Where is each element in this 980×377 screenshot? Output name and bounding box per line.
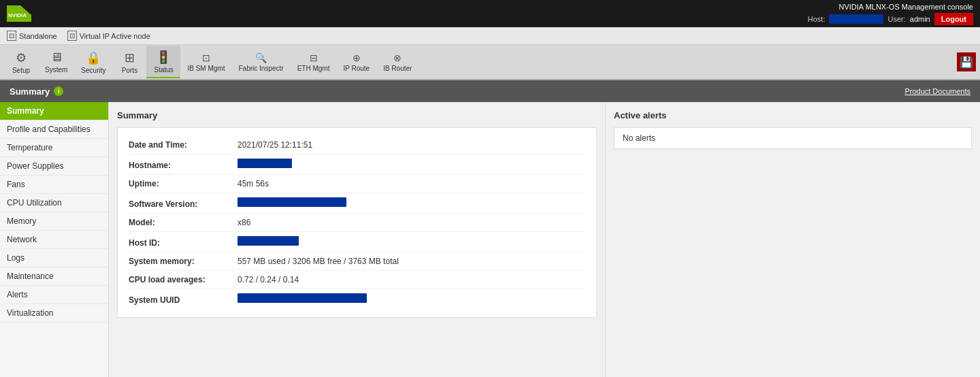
sidebar-item-cpu-utilization[interactable]: CPU Utilization (0, 194, 108, 212)
sidebar-item-memory[interactable]: Memory (0, 212, 108, 231)
summary-row-model: Model: x86 (129, 214, 585, 232)
ip-route-icon: ⊕ (353, 52, 361, 63)
virtual-ip-icon: ⊡ (67, 31, 77, 41)
cpu-load-value: 0.72 / 0.24 / 0.14 (238, 275, 299, 284)
hostname-value (238, 159, 292, 168)
top-header: NVIDIA NVIDIA MLNX-OS Management console… (0, 0, 980, 27)
summary-section-title: Summary (117, 110, 597, 120)
save-button[interactable]: 💾 (957, 52, 976, 71)
nvidia-logo-icon: NVIDIA (7, 5, 31, 22)
status-icon: 🚦 (156, 50, 171, 65)
console-title: NVIDIA MLNX-OS Management console Host: … (808, 3, 973, 25)
software-version-value (238, 197, 346, 207)
eth-mgmt-icon: ⊟ (310, 52, 318, 63)
toolbar-system[interactable]: 🖥 System (38, 46, 74, 78)
summary-row-host-id: Host ID: (129, 232, 585, 252)
product-docs-link[interactable]: Product Documents (904, 87, 970, 95)
summary-box: Date and Time: 2021/07/25 12:11:51 Hostn… (117, 127, 597, 318)
sidebar-item-virtualization[interactable]: Virtualization (0, 304, 108, 323)
toolbar-status[interactable]: 🚦 Status (146, 46, 180, 78)
fabric-inspect-label: Fabric Inspectr (238, 65, 283, 72)
virtual-ip-label: Virtual IP Active node (80, 32, 150, 40)
summary-row-hostname: Hostname: (129, 154, 585, 175)
sidebar-item-power-supplies[interactable]: Power Supplies (0, 157, 108, 176)
toolbar-ip-route[interactable]: ⊕ IP Route (336, 46, 376, 78)
status-bar: ⊡ Standalone ⊡ Virtual IP Active node (0, 27, 980, 45)
sidebar-item-summary[interactable]: Summary (0, 102, 108, 120)
standalone-status: ⊡ Standalone (7, 31, 57, 41)
logout-button[interactable]: Logout (934, 13, 973, 25)
summary-row-software-version: Software Version: (129, 193, 585, 214)
virtual-ip-status: ⊡ Virtual IP Active node (67, 31, 150, 41)
ib-router-label: IB Router (383, 65, 412, 72)
summary-row-uptime: Uptime: 45m 56s (129, 175, 585, 193)
header-right: NVIDIA MLNX-OS Management console Host: … (808, 3, 973, 25)
ib-router-icon: ⊗ (393, 52, 402, 63)
page-title: Summary (10, 86, 50, 97)
system-memory-label: System memory: (129, 257, 238, 266)
security-icon: 🔒 (86, 50, 101, 65)
sidebar-item-alerts[interactable]: Alerts (0, 286, 108, 304)
model-label: Model: (129, 218, 238, 227)
ib-sm-mgmt-icon: ⊡ (202, 52, 210, 63)
ib-sm-mgmt-label: IB SM Mgmt (187, 65, 225, 72)
security-label: Security (81, 67, 105, 74)
datetime-value: 2021/07/25 12:11:51 (238, 140, 312, 150)
system-memory-value: 557 MB used / 3206 MB free / 3763 MB tot… (238, 257, 399, 266)
toolbar-save-area: 💾 (957, 52, 976, 71)
standalone-icon: ⊡ (7, 31, 16, 41)
host-id-label: Host ID: (129, 238, 238, 248)
summary-row-cpu-load: CPU load averages: 0.72 / 0.24 / 0.14 (129, 271, 585, 289)
summary-row-system-memory: System memory: 557 MB used / 3206 MB fre… (129, 252, 585, 271)
svg-text:NVIDIA: NVIDIA (8, 12, 27, 18)
alerts-section-title: Active alerts (614, 110, 972, 120)
cpu-load-label: CPU load averages: (129, 275, 238, 284)
setup-label: Setup (12, 67, 30, 74)
user-name: admin (910, 15, 930, 23)
system-uuid-value (238, 293, 367, 303)
ports-icon: ⊞ (125, 50, 135, 65)
page-header: Summary i Product Documents (0, 80, 980, 102)
toolbar-security[interactable]: 🔒 Security (74, 46, 112, 78)
summary-row-system-uuid: System UUID (129, 289, 585, 309)
no-alerts-box: No alerts (614, 127, 972, 149)
page-title-area: Summary i (10, 86, 63, 97)
toolbar: ⚙ Setup 🖥 System 🔒 Security ⊞ Ports 🚦 St… (0, 45, 980, 80)
toolbar-fabric-inspect[interactable]: 🔍 Fabric Inspectr (231, 46, 290, 78)
toolbar-ib-router[interactable]: ⊗ IB Router (376, 46, 419, 78)
toolbar-ports[interactable]: ⊞ Ports (112, 46, 146, 78)
ip-route-label: IP Route (343, 65, 370, 72)
summary-row-datetime: Date and Time: 2021/07/25 12:11:51 (129, 136, 585, 154)
toolbar-eth-mgmt[interactable]: ⊟ ETH Mgmt (291, 46, 337, 78)
status-label: Status (154, 66, 173, 73)
host-value (829, 14, 883, 24)
eth-mgmt-label: ETH Mgmt (297, 65, 330, 72)
fabric-inspect-icon: 🔍 (255, 52, 267, 63)
setup-icon: ⚙ (16, 50, 27, 65)
no-alerts-text: No alerts (623, 133, 655, 143)
host-label: Host: (808, 15, 826, 23)
system-label: System (45, 66, 67, 73)
software-version-label: Software Version: (129, 199, 238, 209)
host-id-value (238, 236, 299, 246)
ports-label: Ports (122, 67, 137, 74)
toolbar-ib-sm-mgmt[interactable]: ⊡ IB SM Mgmt (180, 46, 231, 78)
hostname-label: Hostname: (129, 161, 238, 170)
sidebar-item-maintenance[interactable]: Maintenance (0, 267, 108, 286)
sidebar-item-fans[interactable]: Fans (0, 176, 108, 194)
user-label: User: (887, 15, 905, 23)
sidebar-item-temperature[interactable]: Temperature (0, 139, 108, 157)
console-title-text: NVIDIA MLNX-OS Management console (839, 3, 973, 11)
sidebar-item-network[interactable]: Network (0, 231, 108, 249)
standalone-label: Standalone (19, 32, 57, 40)
uptime-label: Uptime: (129, 179, 238, 188)
system-uuid-label: System UUID (129, 295, 238, 305)
main-content: Summary Profile and Capabilities Tempera… (0, 102, 980, 377)
sidebar-item-profile[interactable]: Profile and Capabilities (0, 120, 108, 139)
summary-section: Summary Date and Time: 2021/07/25 12:11:… (109, 102, 606, 377)
alerts-section: Active alerts No alerts (606, 102, 980, 377)
sidebar-item-logs[interactable]: Logs (0, 249, 108, 267)
toolbar-setup[interactable]: ⚙ Setup (4, 46, 38, 78)
info-icon[interactable]: i (54, 86, 63, 96)
system-icon: 🖥 (50, 50, 63, 65)
